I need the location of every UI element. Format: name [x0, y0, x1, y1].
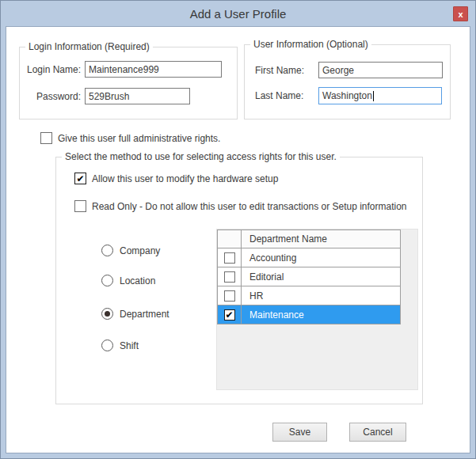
login-info-group: Login Information (Required) Login Name:…: [19, 47, 238, 119]
admin-rights-row: Give this user full administrative right…: [40, 132, 220, 144]
table-header-cell: Department Name: [242, 230, 400, 248]
department-name-cell[interactable]: Maintenance: [242, 305, 400, 324]
dialog-body: Login Information (Required) Login Name:…: [6, 26, 470, 453]
radio-row-company: Company: [101, 245, 160, 256]
password-input[interactable]: 529Brush: [85, 88, 190, 104]
row-checkbox-maintenance[interactable]: ✔: [224, 309, 235, 321]
read-only-row: Read Only - Do not allow this user to ed…: [74, 200, 407, 212]
department-table: Department Name Accounting Editorial HR …: [217, 230, 401, 324]
radio-department[interactable]: [101, 308, 113, 320]
row-check-cell[interactable]: [218, 267, 241, 286]
checkmark-icon: ✔: [225, 310, 233, 320]
access-method-group: Select the method to use for selecting a…: [55, 157, 423, 404]
department-name-cell[interactable]: Editorial: [242, 267, 400, 286]
admin-rights-checkbox[interactable]: [40, 132, 52, 144]
department-table-panel: Department Name Accounting Editorial HR …: [216, 229, 418, 390]
login-name-label: Login Name:: [20, 64, 81, 75]
close-icon: x: [458, 9, 463, 19]
text-caret: [373, 91, 374, 101]
row-checkbox-hr[interactable]: [224, 290, 235, 302]
department-name-cell[interactable]: Accounting: [242, 248, 400, 267]
radio-company-label: Company: [120, 245, 160, 256]
hardware-setup-checkbox[interactable]: ✔: [74, 173, 86, 184]
last-name-value: Washington: [322, 90, 372, 101]
first-name-label: First Name:: [255, 65, 304, 76]
radio-row-location: Location: [101, 275, 155, 286]
read-only-label: Read Only - Do not allow this user to ed…: [92, 201, 407, 212]
save-button[interactable]: Save: [272, 423, 327, 442]
login-group-title: Login Information (Required): [25, 41, 153, 52]
first-name-input[interactable]: George: [318, 62, 443, 78]
password-label: Password:: [20, 91, 81, 102]
dialog-title: Add a User Profile: [190, 7, 287, 21]
user-info-group: User Information (Optional) First Name: …: [244, 44, 451, 119]
read-only-checkbox[interactable]: [74, 200, 86, 212]
radio-location[interactable]: [101, 275, 113, 286]
user-group-title: User Information (Optional): [250, 39, 371, 50]
table-header-check-cell: [218, 230, 241, 248]
radio-location-label: Location: [120, 275, 155, 286]
first-name-value: George: [322, 65, 354, 76]
department-name-cell[interactable]: HR: [242, 286, 400, 305]
row-check-cell[interactable]: [218, 248, 241, 267]
last-name-label: Last Name:: [255, 90, 303, 101]
radio-row-shift: Shift: [101, 340, 139, 351]
titlebar[interactable]: Add a User Profile: [1, 1, 475, 26]
radio-shift-label: Shift: [120, 340, 139, 351]
save-button-label: Save: [289, 427, 310, 438]
password-value: 529Brush: [89, 91, 129, 102]
admin-rights-label: Give this user full administrative right…: [58, 133, 220, 144]
hardware-setup-label: Allow this user to modify the hardware s…: [92, 173, 278, 184]
login-name-input[interactable]: Maintenance999: [85, 61, 222, 78]
row-checkbox-accounting[interactable]: [224, 252, 235, 264]
radio-company[interactable]: [101, 245, 113, 256]
row-check-cell[interactable]: ✔: [218, 305, 241, 324]
row-check-cell[interactable]: [218, 286, 241, 305]
radio-department-label: Department: [120, 309, 169, 320]
dialog-window: Add a User Profile x Login Information (…: [0, 0, 476, 459]
last-name-input[interactable]: Washington: [318, 87, 442, 104]
cancel-button-label: Cancel: [363, 427, 392, 438]
cancel-button[interactable]: Cancel: [349, 423, 406, 442]
checkmark-icon: ✔: [76, 174, 84, 184]
close-button[interactable]: x: [453, 6, 468, 21]
radio-row-department: Department: [101, 308, 169, 320]
login-name-value: Maintenance999: [89, 64, 159, 75]
hardware-setup-row: ✔ Allow this user to modify the hardware…: [74, 173, 278, 184]
row-checkbox-editorial[interactable]: [224, 271, 235, 283]
radio-shift[interactable]: [101, 340, 113, 351]
access-group-title: Select the method to use for selecting a…: [62, 151, 340, 162]
